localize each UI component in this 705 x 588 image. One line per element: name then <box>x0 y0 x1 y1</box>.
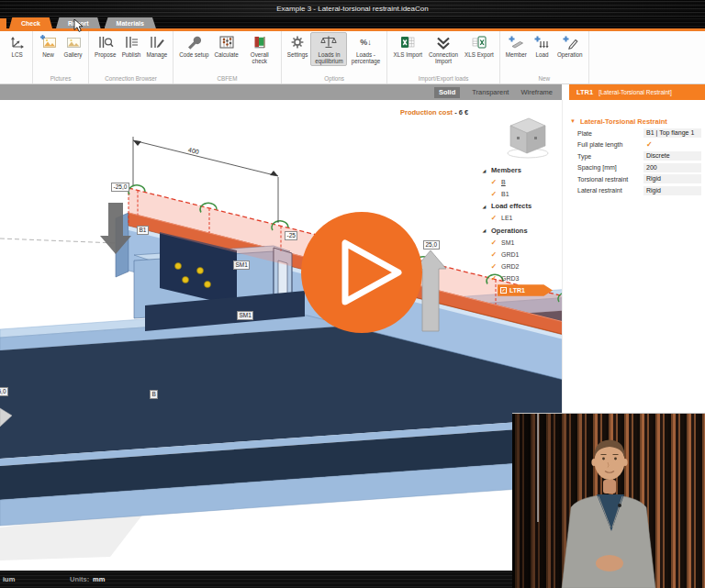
type-select[interactable]: Discrete <box>643 151 701 161</box>
3d-scene[interactable] <box>0 100 562 571</box>
new-member-button[interactable]: Member <box>503 32 530 60</box>
publish-bars-icon <box>122 34 140 50</box>
property-row-type: Type Discrete <box>563 150 705 162</box>
check-icon: ✓ <box>490 262 498 271</box>
plate-select[interactable]: B1 | Top flange 1 <box>643 128 701 138</box>
tree-group-operations[interactable]: ◢ Operations <box>481 224 560 236</box>
beam-b1-label: B1 <box>137 226 149 235</box>
tab-bar: Check Report Materials <box>0 17 705 28</box>
check-icon: ✓ <box>490 178 498 186</box>
units-label: Units: <box>70 575 89 583</box>
full-plate-length-checkbox[interactable]: ✓ <box>643 140 701 149</box>
check-icon: ✓ <box>490 274 498 283</box>
gear-icon <box>288 34 307 50</box>
ribbon-group-new: Member Load Operation New <box>500 31 589 83</box>
property-row-full-plate-length: Full plate length ✓ <box>563 139 705 151</box>
ribbon: LCS New Gallery Pict <box>0 31 705 84</box>
loads-in-equilibrium-button[interactable]: Loads in equilibrium <box>310 32 347 66</box>
title-bar: Example 3 - Lateral-torsional restraint.… <box>0 0 705 17</box>
propose-button[interactable]: Propose <box>92 32 118 60</box>
add-operation-icon <box>561 34 579 50</box>
play-icon <box>301 212 422 333</box>
add-load-icon <box>532 34 551 50</box>
ribbon-group-pictures: New Gallery Pictures <box>33 31 89 83</box>
section-header-ltr[interactable]: ▼ Lateral-Torsional Restraint <box>563 115 705 128</box>
expander-icon[interactable]: ◢ <box>481 204 487 209</box>
scene-tree: ◢ Members ✓ B ✓ B1 ◢ Load effects ✓ LE <box>481 164 560 296</box>
loads-percentage-button[interactable]: %↓ Loads - percentage <box>347 32 384 66</box>
offset-label-top: -25,0 <box>111 183 129 192</box>
lcs-axes-icon <box>8 34 27 50</box>
overall-check-flag-icon <box>251 34 269 50</box>
xls-export-button[interactable]: XLS Export <box>462 32 497 60</box>
view-mode-wireframe[interactable]: Wireframe <box>520 88 553 96</box>
window-title: Example 3 - Lateral-torsional restraint.… <box>276 5 428 13</box>
tree-item-grd3[interactable]: ✓ GRD3 <box>481 272 560 284</box>
lateral-restraint-select[interactable]: Rigid <box>643 186 701 195</box>
tab-materials[interactable]: Materials <box>105 17 156 28</box>
view-mode-bar: Solid Transparent Wireframe <box>0 84 562 100</box>
plate-sm1-label-b: SM1 <box>237 311 253 320</box>
expander-icon[interactable]: ◢ <box>481 168 487 173</box>
checkbox-checked-icon[interactable]: ✓ <box>500 287 507 294</box>
production-cost: Production cost - 6 € <box>400 108 468 116</box>
3d-viewport[interactable]: 400 -25,0 B1 -25 SM1 SM1 25,0 B 5,0 Prod… <box>0 100 562 571</box>
tree-item-grd1[interactable]: ✓ GRD1 <box>481 249 560 261</box>
beam-b-label: B <box>150 390 158 399</box>
app-window: Example 3 - Lateral-torsional restraint.… <box>0 0 705 588</box>
view-mode-transparent[interactable]: Transparent <box>472 88 509 96</box>
presenter-video-overlay[interactable] <box>512 413 705 588</box>
ribbon-group-options: Settings Loads in equilibrium %↓ Loads -… <box>282 31 388 83</box>
property-row-lateral-restraint: Lateral restraint Rigid <box>563 185 705 197</box>
view-mode-solid[interactable]: Solid <box>434 87 460 98</box>
tree-item-b1[interactable]: ✓ B1 <box>481 188 560 200</box>
tree-item-b[interactable]: ✓ B <box>481 176 560 188</box>
wrench-icon <box>185 34 203 50</box>
connection-import-button[interactable]: Connection Import <box>425 32 462 66</box>
spacing-input[interactable]: 200 <box>643 163 701 172</box>
tree-item-sm1[interactable]: ✓ SM1 <box>481 237 560 249</box>
overall-check-button[interactable]: Overall check <box>241 32 278 66</box>
new-load-button[interactable]: Load <box>530 32 554 60</box>
propose-bars-magnifier-icon <box>96 34 115 50</box>
check-icon: ✓ <box>490 239 498 247</box>
property-row-plate: Plate B1 | Top flange 1 <box>563 128 705 139</box>
new-picture-button[interactable]: New <box>36 32 61 60</box>
tree-group-members[interactable]: ◢ Members <box>481 164 560 176</box>
percent-down-icon: %↓ <box>356 34 375 50</box>
lcs-button[interactable]: LCS <box>5 32 29 60</box>
calculate-button[interactable]: Calculate <box>211 32 241 60</box>
xls-file-icon <box>398 34 417 50</box>
add-member-icon <box>507 34 525 50</box>
collapse-triangle-icon[interactable]: ▼ <box>570 118 576 124</box>
ribbon-group-lcs: LCS <box>2 31 33 83</box>
tree-group-load-effects[interactable]: ◢ Load effects <box>481 200 560 212</box>
offset-label-left-cut: 5,0 <box>0 387 8 396</box>
expander-icon[interactable]: ◢ <box>481 227 487 233</box>
navigation-cube[interactable] <box>501 115 549 162</box>
tree-item-le1[interactable]: ✓ LE1 <box>481 212 560 224</box>
settings-button[interactable]: Settings <box>285 32 311 60</box>
ribbon-group-connection-browser: Propose Publish Manage Connection Browse… <box>89 31 173 83</box>
tree-item-ltr1-selected[interactable]: ✓ LTR1 <box>481 284 560 296</box>
check-icon: ✓ <box>490 214 498 222</box>
properties-header-bar: LTR1 [Lateral-Torsional Restraint] <box>569 84 705 100</box>
code-setup-button[interactable]: Code setup <box>176 32 211 60</box>
publish-button[interactable]: Publish <box>118 32 143 60</box>
abacus-icon <box>218 34 236 50</box>
xls-import-button[interactable]: XLS Import <box>390 32 425 60</box>
tree-item-grd2[interactable]: ✓ GRD2 <box>481 261 560 272</box>
manage-button[interactable]: Manage <box>143 32 170 60</box>
plate-sm1-label-a: SM1 <box>233 261 250 270</box>
torsional-restraint-select[interactable]: Rigid <box>643 174 701 183</box>
tab-check[interactable]: Check <box>9 17 52 28</box>
new-operation-button[interactable]: Operation <box>554 32 586 60</box>
units-value[interactable]: mm <box>93 575 105 583</box>
operation-id: LTR1 <box>576 88 593 96</box>
xls-file-export-icon <box>470 34 488 50</box>
tab-stub[interactable] <box>0 18 6 28</box>
balance-scale-icon <box>319 34 338 50</box>
ribbon-group-import-export: XLS Import Connection Import XLS Export … <box>387 31 499 83</box>
ribbon-group-cbfem: Code setup Calculate Overall check CBFEM <box>173 31 281 83</box>
video-play-button[interactable] <box>301 212 422 333</box>
